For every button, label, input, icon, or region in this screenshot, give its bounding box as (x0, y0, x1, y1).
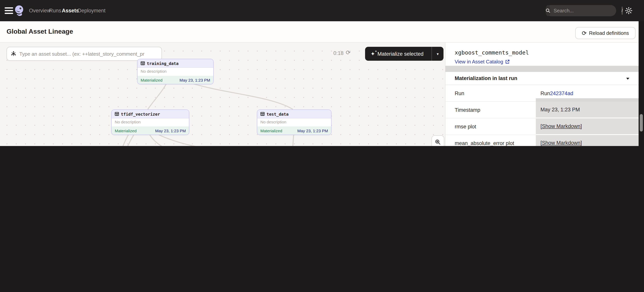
global-search[interactable]: / (546, 5, 616, 16)
metadata-value: May 23, 1:23 PM (536, 102, 639, 118)
dagster-app: Overview Runs Assets Deployment / (0, 0, 644, 146)
table-icon (140, 61, 145, 65)
asset-description: No description (138, 68, 213, 76)
zoom-controls (432, 135, 444, 146)
refresh-icon[interactable]: ⟳ (346, 49, 350, 56)
view-in-asset-catalog-link[interactable]: View in Asset Catalog (455, 59, 509, 65)
metadata-key: mean_absolute_error plot (446, 135, 536, 146)
status-badge: Materialized (140, 78, 162, 82)
asset-subset-filter[interactable] (6, 47, 162, 61)
page-header: Global Asset Lineage ⟳ Reload definition… (0, 21, 644, 43)
asset-subset-input[interactable] (19, 51, 158, 57)
asset-name: test_data (266, 112, 288, 116)
run-prefix: Run (540, 91, 550, 96)
materialized-timestamp: May 23, 1:23 PM (155, 128, 186, 133)
metadata-row-mae-plot: mean_absolute_error plot [Show Markdown] (446, 135, 639, 146)
selected-asset-name: xgboost_comments_model (455, 50, 529, 56)
asset-details-panel: xgboost_comments_model View in Asset Cat… (445, 43, 638, 146)
metadata-key: Timestamp (446, 102, 536, 118)
metadata-value: [Show Markdown] (536, 118, 639, 135)
asset-lineage-canvas[interactable]: 0:18 ⟳ ✦✦ Materialize selected ▾ trainin… (0, 43, 445, 146)
vertical-scrollbar-thumb[interactable] (640, 114, 643, 132)
search-input[interactable] (550, 8, 622, 14)
horizontal-scrollbar[interactable] (446, 66, 639, 72)
page-title: Global Asset Lineage (6, 28, 73, 36)
top-nav: Overview Runs Assets Deployment / (0, 0, 644, 21)
refresh-timer: 0:18 (334, 50, 344, 56)
status-badge: Materialized (115, 128, 136, 133)
run-id-link[interactable]: 242374ad (550, 91, 573, 96)
chevron-down-icon (626, 76, 630, 80)
materialize-dropdown-caret[interactable]: ▾ (432, 52, 444, 56)
nav-item-runs[interactable]: Runs (49, 0, 61, 21)
asset-node-test-data[interactable]: test_data No description MaterializedMay… (257, 109, 332, 135)
status-badge: Materialized (260, 128, 282, 133)
metadata-key: Run (446, 85, 536, 102)
metadata-value: Run 242374ad (536, 85, 639, 102)
asset-selector-icon (11, 51, 16, 57)
nav-item-assets[interactable]: Assets (62, 0, 79, 21)
metadata-row-rmse-plot: rmse plot [Show Markdown] (446, 118, 639, 135)
materialized-timestamp: May 23, 1:23 PM (297, 128, 328, 133)
metadata-key: rmse plot (446, 118, 536, 135)
section-materialization-in-last-run[interactable]: Materialization in last run (446, 72, 639, 85)
window-edge-strip (638, 21, 644, 146)
catalog-link-label: View in Asset Catalog (455, 59, 503, 65)
metadata-row-run: Run Run 242374ad (446, 85, 639, 102)
external-link-icon (505, 60, 509, 64)
search-icon (546, 5, 550, 16)
show-markdown-link[interactable]: [Show Markdown] (540, 140, 582, 146)
sparkle-icon: ✦✦ (368, 51, 378, 57)
asset-name: tfidf_vectorizer (121, 112, 160, 116)
dagster-logo-icon[interactable] (14, 5, 24, 16)
nav-item-overview[interactable]: Overview (29, 0, 51, 21)
show-markdown-link[interactable]: [Show Markdown] (540, 123, 582, 129)
reload-definitions-button[interactable]: ⟳ Reload definitions (575, 27, 636, 39)
search-shortcut-badge: / (622, 7, 623, 15)
asset-description: No description (112, 118, 189, 126)
asset-name: training_data (147, 61, 178, 66)
metadata-row-timestamp: Timestamp May 23, 1:23 PM (446, 102, 639, 118)
asset-node-tfidf-vectorizer[interactable]: tfidf_vectorizer No description Material… (111, 109, 189, 135)
table-icon (115, 112, 119, 116)
materialize-selected-button[interactable]: ✦✦ Materialize selected ▾ (365, 47, 444, 61)
refresh-icon: ⟳ (582, 30, 587, 36)
hamburger-menu-icon[interactable] (5, 7, 13, 14)
nav-item-deployment[interactable]: Deployment (78, 0, 106, 21)
materialize-label: Materialize selected (378, 51, 424, 57)
settings-gear-icon[interactable] (625, 7, 632, 14)
value-column-scrollbar[interactable] (536, 98, 639, 102)
zoom-in-button[interactable] (432, 136, 444, 146)
reload-definitions-label: Reload definitions (589, 30, 629, 36)
table-icon (260, 112, 265, 116)
metadata-value: [Show Markdown] (536, 135, 639, 146)
asset-node-training-data[interactable]: training_data No description Materialize… (137, 59, 214, 84)
materialized-timestamp: May 23, 1:23 PM (180, 78, 210, 82)
section-title: Materialization in last run (455, 75, 517, 81)
asset-description: No description (257, 118, 331, 126)
